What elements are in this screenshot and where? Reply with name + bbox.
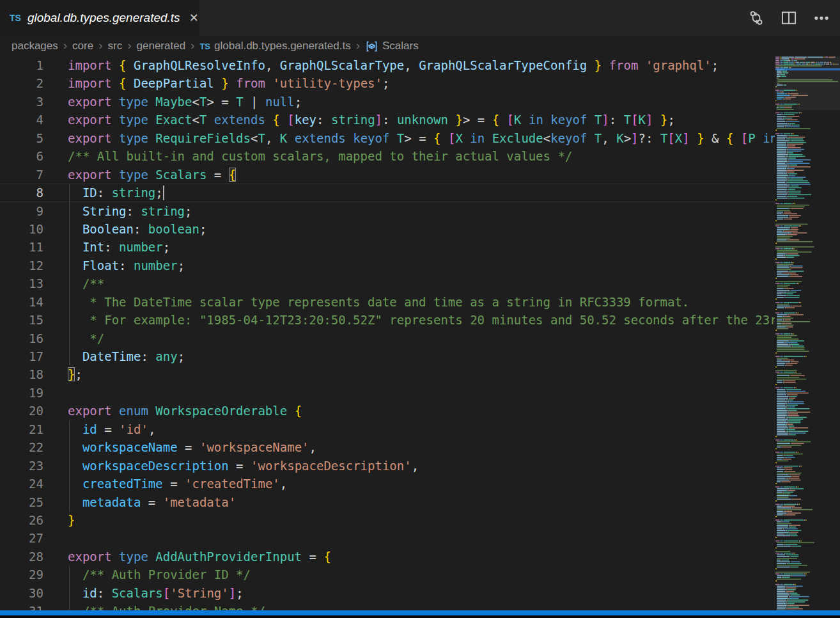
line-number: 1	[0, 56, 43, 74]
code-line-12[interactable]: 12 Float: number;	[0, 257, 775, 274]
line-number: 19	[0, 384, 43, 402]
line-number: 5	[0, 129, 43, 147]
code-line-text: workspaceName = 'workspaceName',	[68, 438, 316, 456]
code-line-text: * For example: "1985-04-12T23:20:50.52Z"…	[68, 311, 775, 329]
line-number: 21	[0, 420, 43, 438]
tab-title: global.db.types.generated.ts	[27, 11, 180, 25]
code-line-15[interactable]: 15 * For example: "1985-04-12T23:20:50.5…	[0, 311, 775, 329]
code-line-5[interactable]: 5export type RequireFields<T, K extends …	[0, 129, 775, 147]
breadcrumb-item-src[interactable]: src	[108, 40, 123, 52]
code-line-29[interactable]: 29 /** Auth Provider ID */	[0, 566, 775, 583]
code-line-30[interactable]: 30 id: Scalars['String'];	[0, 584, 775, 602]
breadcrumb-separator: ›	[93, 38, 107, 54]
tab-global-db-types-generated[interactable]: TS global.db.types.generated.ts ✕	[0, 0, 199, 36]
window-bottom-edge	[0, 615, 840, 618]
code-line-23[interactable]: 23 workspaceDescription = 'workspaceDesc…	[0, 457, 775, 475]
code-line-text: workspaceDescription = 'workspaceDescrip…	[68, 457, 419, 475]
code-line-18[interactable]: 18};	[0, 365, 775, 383]
code-line-text: export type Exact<T extends { [key: stri…	[68, 111, 675, 129]
code-line-27[interactable]: 27	[0, 529, 775, 547]
minimap-canvas	[775, 56, 840, 618]
breadcrumb-label: generated	[137, 40, 186, 52]
code-line-24[interactable]: 24 createdTime = 'createdTime',	[0, 475, 775, 493]
line-number: 9	[0, 202, 43, 220]
breadcrumb-item-global-db-types-generated-ts[interactable]: TSglobal.db.types.generated.ts	[199, 40, 350, 52]
breadcrumb-label: src	[108, 40, 123, 52]
code-line-7[interactable]: 7export type Scalars = {	[0, 166, 775, 184]
line-number: 3	[0, 93, 43, 111]
code-line-2[interactable]: 2import { DeepPartial } from 'utility-ty…	[0, 74, 775, 92]
breadcrumb-item-scalars[interactable]: Scalars	[365, 40, 419, 53]
code-line-text: import { DeepPartial } from 'utility-typ…	[68, 74, 389, 92]
line-number: 6	[0, 147, 43, 165]
code-line-17[interactable]: 17 DateTime: any;	[0, 347, 775, 365]
line-number: 29	[0, 566, 43, 583]
code-line-9[interactable]: 9 String: string;	[0, 202, 775, 220]
code-line-3[interactable]: 3export type Maybe<T> = T | null;	[0, 93, 775, 111]
code-line-1[interactable]: 1import { GraphQLResolveInfo, GraphQLSca…	[0, 56, 775, 74]
tab-bar: TS global.db.types.generated.ts ✕	[0, 0, 840, 36]
more-actions-icon[interactable]	[813, 10, 830, 26]
line-number: 26	[0, 511, 43, 529]
code-line-11[interactable]: 11 Int: number;	[0, 238, 775, 256]
breadcrumb-item-packages[interactable]: packages	[12, 40, 58, 52]
code-line-10[interactable]: 10 Boolean: boolean;	[0, 220, 775, 238]
line-number: 11	[0, 238, 43, 256]
code-line-text: export type AddAuthProviderInput = {	[68, 548, 331, 566]
code-line-13[interactable]: 13 /**	[0, 274, 775, 292]
code-line-text: }	[68, 511, 75, 529]
code-line-6[interactable]: 6/** All built-in and custom scalars, ma…	[0, 147, 775, 165]
vscode-window: TS global.db.types.generated.ts ✕	[0, 0, 840, 618]
breadcrumb-separator: ›	[122, 38, 136, 54]
code-line-text: Boolean: boolean;	[68, 220, 206, 238]
code-line-text: export type Maybe<T> = T | null;	[68, 93, 302, 111]
line-number: 25	[0, 493, 43, 511]
code-line-25[interactable]: 25 metadata = 'metadata'	[0, 493, 775, 511]
open-changes-icon[interactable]	[748, 10, 765, 26]
code-line-19[interactable]: 19	[0, 384, 775, 402]
line-number: 7	[0, 166, 43, 184]
code-line-text: metadata = 'metadata'	[68, 493, 236, 511]
panel-focus-border	[0, 610, 840, 615]
line-number: 23	[0, 457, 43, 475]
line-number: 10	[0, 220, 43, 238]
breadcrumb-item-core[interactable]: core	[72, 40, 93, 52]
code-line-8[interactable]: 8 ID: string;	[0, 184, 775, 202]
line-number: 12	[0, 257, 43, 274]
code-line-20[interactable]: 20export enum WorkspaceOrderable {	[0, 402, 775, 420]
code-line-4[interactable]: 4export type Exact<T extends { [key: str…	[0, 111, 775, 129]
line-number: 30	[0, 584, 43, 602]
line-number: 13	[0, 274, 43, 292]
code-line-16[interactable]: 16 */	[0, 329, 775, 347]
code-line-text: /** Auth Provider ID */	[68, 566, 251, 583]
code-line-22[interactable]: 22 workspaceName = 'workspaceName',	[0, 438, 775, 456]
code-line-text: DateTime: any;	[68, 347, 185, 365]
symbol-type-icon	[365, 40, 378, 53]
breadcrumb-separator: ›	[185, 38, 199, 54]
code-line-text: export enum WorkspaceOrderable {	[68, 402, 302, 420]
close-icon[interactable]: ✕	[189, 12, 199, 24]
breadcrumb-item-generated[interactable]: generated	[137, 40, 186, 52]
code-line-text: /**	[68, 274, 104, 292]
line-number: 24	[0, 475, 43, 493]
breadcrumb-separator: ›	[58, 38, 72, 54]
line-number: 22	[0, 438, 43, 456]
code-line-text: createdTime = 'createdTime',	[68, 475, 287, 493]
line-number: 8	[0, 184, 43, 202]
code-line-text: Int: number;	[68, 238, 170, 256]
line-number: 4	[0, 111, 43, 129]
code-line-text: };	[68, 365, 82, 383]
code-line-21[interactable]: 21 id = 'id',	[0, 420, 775, 438]
code-editor[interactable]: 1import { GraphQLResolveInfo, GraphQLSca…	[0, 56, 775, 618]
code-line-text: export type RequireFields<T, K extends k…	[68, 129, 775, 147]
line-number: 17	[0, 347, 43, 365]
split-editor-icon[interactable]	[781, 10, 797, 26]
typescript-file-icon: TS	[199, 42, 210, 51]
code-line-28[interactable]: 28export type AddAuthProviderInput = {	[0, 548, 775, 566]
code-line-14[interactable]: 14 * The DateTime scalar type represents…	[0, 293, 775, 311]
minimap[interactable]	[775, 56, 840, 618]
line-number: 18	[0, 365, 43, 383]
line-number: 27	[0, 529, 43, 547]
code-line-26[interactable]: 26}	[0, 511, 775, 529]
line-number: 20	[0, 402, 43, 420]
